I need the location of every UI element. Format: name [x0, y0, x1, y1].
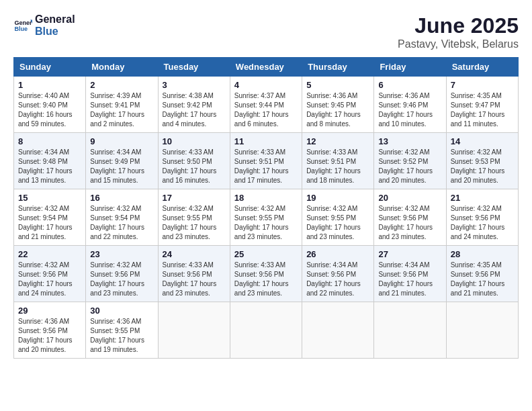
calendar-cell: 5Sunrise: 4:36 AMSunset: 9:45 PMDaylight… — [302, 77, 374, 133]
sunset-text: Sunset: 9:56 PM — [234, 271, 284, 278]
sunrise-text: Sunrise: 4:37 AM — [234, 92, 285, 99]
calendar-cell: 17Sunrise: 4:32 AMSunset: 9:55 PMDayligh… — [158, 189, 230, 246]
day-info: Sunrise: 4:32 AMSunset: 9:54 PMDaylight:… — [18, 204, 81, 242]
day-info: Sunrise: 4:32 AMSunset: 9:56 PMDaylight:… — [90, 261, 153, 298]
sunrise-text: Sunrise: 4:34 AM — [306, 261, 357, 269]
day-number: 10 — [163, 136, 226, 146]
sunset-text: Sunset: 9:55 PM — [90, 327, 140, 334]
calendar-cell — [302, 302, 374, 359]
calendar-cell: 7Sunrise: 4:35 AMSunset: 9:47 PMDaylight… — [446, 77, 518, 133]
calendar-cell: 6Sunrise: 4:36 AMSunset: 9:46 PMDaylight… — [374, 77, 446, 133]
daylight-text: Daylight: 17 hours and 20 minutes. — [378, 167, 433, 184]
header-cell-friday: Friday — [374, 58, 446, 77]
day-info: Sunrise: 4:32 AMSunset: 9:52 PMDaylight:… — [378, 148, 441, 185]
sunrise-text: Sunrise: 4:32 AM — [90, 205, 141, 212]
sunset-text: Sunset: 9:50 PM — [163, 158, 212, 165]
daylight-text: Daylight: 17 hours and 21 minutes. — [378, 280, 433, 297]
daylight-text: Daylight: 17 hours and 21 minutes. — [18, 224, 73, 240]
sunrise-text: Sunrise: 4:33 AM — [163, 148, 214, 156]
day-number: 13 — [378, 136, 441, 146]
day-number: 20 — [378, 193, 441, 203]
calendar-cell: 30Sunrise: 4:36 AMSunset: 9:55 PMDayligh… — [86, 302, 158, 359]
sunrise-text: Sunrise: 4:32 AM — [18, 205, 69, 212]
sunset-text: Sunset: 9:51 PM — [234, 158, 284, 165]
week-row-5: 29Sunrise: 4:36 AMSunset: 9:56 PMDayligh… — [14, 302, 519, 359]
day-number: 25 — [234, 249, 298, 259]
daylight-text: Daylight: 17 hours and 2 minutes. — [90, 111, 144, 128]
calendar-cell — [158, 302, 230, 359]
calendar-cell: 19Sunrise: 4:32 AMSunset: 9:55 PMDayligh… — [302, 189, 374, 246]
day-info: Sunrise: 4:32 AMSunset: 9:54 PMDaylight:… — [90, 204, 153, 242]
day-info: Sunrise: 4:33 AMSunset: 9:56 PMDaylight:… — [163, 261, 226, 298]
sunset-text: Sunset: 9:44 PM — [234, 101, 284, 109]
header: General Blue General Blue June 2025 Past… — [13, 13, 519, 50]
sunset-text: Sunset: 9:51 PM — [306, 158, 356, 165]
sunset-text: Sunset: 9:48 PM — [18, 158, 68, 165]
day-info: Sunrise: 4:32 AMSunset: 9:55 PMDaylight:… — [306, 204, 369, 242]
day-info: Sunrise: 4:34 AMSunset: 9:56 PMDaylight:… — [378, 261, 441, 298]
sunset-text: Sunset: 9:56 PM — [378, 271, 428, 278]
day-info: Sunrise: 4:36 AMSunset: 9:45 PMDaylight:… — [306, 91, 369, 129]
day-info: Sunrise: 4:37 AMSunset: 9:44 PMDaylight:… — [234, 91, 298, 129]
day-info: Sunrise: 4:34 AMSunset: 9:56 PMDaylight:… — [306, 261, 369, 298]
day-number: 24 — [163, 249, 226, 259]
calendar-cell: 4Sunrise: 4:37 AMSunset: 9:44 PMDaylight… — [230, 77, 302, 133]
day-number: 28 — [451, 249, 514, 259]
daylight-text: Daylight: 17 hours and 23 minutes. — [234, 224, 289, 240]
day-info: Sunrise: 4:34 AMSunset: 9:48 PMDaylight:… — [18, 148, 81, 185]
day-info: Sunrise: 4:32 AMSunset: 9:55 PMDaylight:… — [163, 204, 226, 242]
daylight-text: Daylight: 17 hours and 22 minutes. — [90, 224, 144, 240]
sunrise-text: Sunrise: 4:34 AM — [378, 261, 429, 269]
day-info: Sunrise: 4:33 AMSunset: 9:51 PMDaylight:… — [306, 148, 369, 185]
day-number: 9 — [90, 136, 153, 146]
calendar-table: SundayMondayTuesdayWednesdayThursdayFrid… — [13, 57, 519, 359]
logo-general-text: General — [35, 13, 75, 26]
sunset-text: Sunset: 9:56 PM — [451, 271, 500, 278]
sunrise-text: Sunrise: 4:33 AM — [234, 261, 285, 269]
daylight-text: Daylight: 17 hours and 22 minutes. — [306, 280, 361, 297]
title-area: June 2025 Pastavy, Vitebsk, Belarus — [398, 13, 519, 50]
sunset-text: Sunset: 9:54 PM — [90, 214, 140, 222]
calendar-cell: 2Sunrise: 4:39 AMSunset: 9:41 PMDaylight… — [86, 77, 158, 133]
day-number: 15 — [18, 193, 81, 203]
day-info: Sunrise: 4:32 AMSunset: 9:56 PMDaylight:… — [451, 204, 514, 242]
week-row-1: 1Sunrise: 4:40 AMSunset: 9:40 PMDaylight… — [14, 77, 519, 133]
sunset-text: Sunset: 9:46 PM — [378, 101, 428, 109]
day-info: Sunrise: 4:36 AMSunset: 9:46 PMDaylight:… — [378, 91, 441, 129]
day-info: Sunrise: 4:32 AMSunset: 9:55 PMDaylight:… — [234, 204, 298, 242]
day-info: Sunrise: 4:33 AMSunset: 9:51 PMDaylight:… — [234, 148, 298, 185]
sunrise-text: Sunrise: 4:34 AM — [18, 148, 69, 156]
calendar-cell: 16Sunrise: 4:32 AMSunset: 9:54 PMDayligh… — [86, 189, 158, 246]
sunset-text: Sunset: 9:40 PM — [18, 101, 68, 109]
daylight-text: Daylight: 17 hours and 15 minutes. — [90, 167, 144, 184]
calendar-cell: 25Sunrise: 4:33 AMSunset: 9:56 PMDayligh… — [230, 246, 302, 302]
sunrise-text: Sunrise: 4:35 AM — [451, 261, 502, 269]
day-info: Sunrise: 4:38 AMSunset: 9:42 PMDaylight:… — [163, 91, 226, 129]
day-number: 18 — [234, 193, 298, 203]
daylight-text: Daylight: 17 hours and 6 minutes. — [234, 111, 289, 128]
header-cell-wednesday: Wednesday — [230, 58, 302, 77]
sunrise-text: Sunrise: 4:32 AM — [378, 148, 429, 156]
sunset-text: Sunset: 9:56 PM — [378, 214, 428, 222]
day-number: 17 — [163, 193, 226, 203]
sunrise-text: Sunrise: 4:35 AM — [451, 92, 502, 99]
header-row: SundayMondayTuesdayWednesdayThursdayFrid… — [14, 58, 519, 77]
sunset-text: Sunset: 9:55 PM — [306, 214, 356, 222]
sunrise-text: Sunrise: 4:36 AM — [90, 318, 141, 325]
day-number: 7 — [451, 80, 514, 90]
day-number: 3 — [163, 80, 226, 90]
daylight-text: Daylight: 17 hours and 23 minutes. — [234, 280, 289, 297]
day-info: Sunrise: 4:34 AMSunset: 9:49 PMDaylight:… — [90, 148, 153, 185]
daylight-text: Daylight: 17 hours and 23 minutes. — [163, 280, 217, 297]
calendar-cell: 15Sunrise: 4:32 AMSunset: 9:54 PMDayligh… — [14, 189, 86, 246]
sunrise-text: Sunrise: 4:32 AM — [18, 261, 69, 269]
day-number: 21 — [451, 193, 514, 203]
daylight-text: Daylight: 17 hours and 24 minutes. — [18, 280, 73, 297]
day-info: Sunrise: 4:32 AMSunset: 9:53 PMDaylight:… — [451, 148, 514, 185]
week-row-3: 15Sunrise: 4:32 AMSunset: 9:54 PMDayligh… — [14, 189, 519, 246]
sunset-text: Sunset: 9:56 PM — [18, 327, 68, 334]
sunrise-text: Sunrise: 4:32 AM — [378, 205, 429, 212]
calendar-cell: 13Sunrise: 4:32 AMSunset: 9:52 PMDayligh… — [374, 133, 446, 189]
day-number: 22 — [18, 249, 81, 259]
sunset-text: Sunset: 9:56 PM — [90, 271, 140, 278]
